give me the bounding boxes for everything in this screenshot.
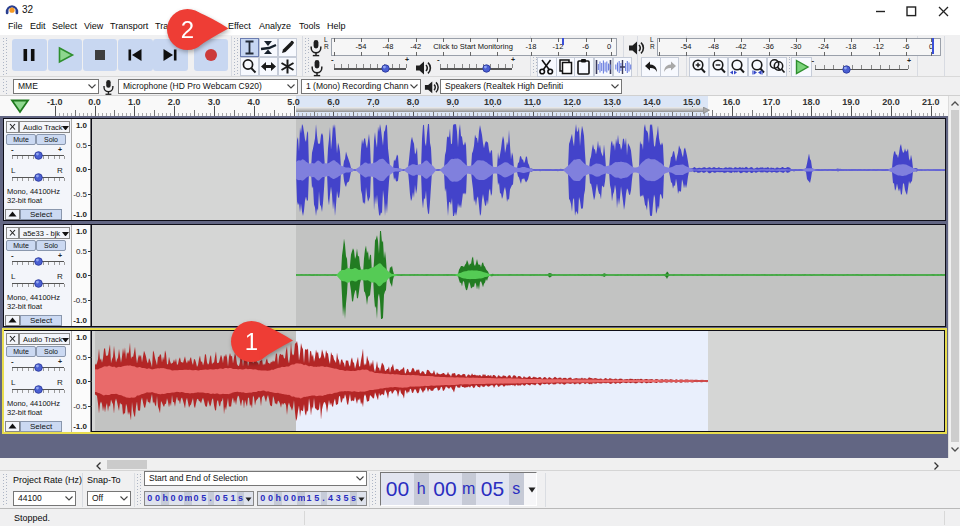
svg-text:2: 2 bbox=[180, 16, 193, 43]
svg-text:1: 1 bbox=[244, 328, 257, 355]
